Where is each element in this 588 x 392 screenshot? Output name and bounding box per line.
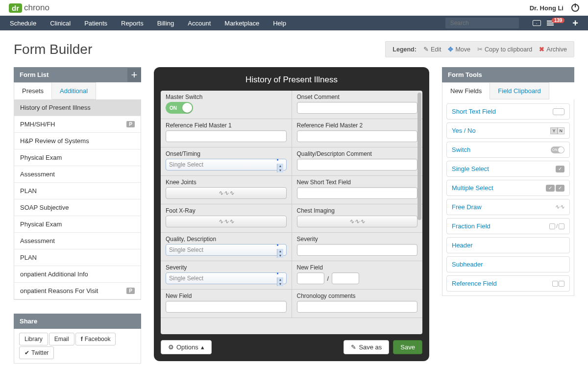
text-input-control[interactable] (297, 102, 418, 114)
form-list-item[interactable]: onpatient Reasons For VisitP (14, 283, 141, 299)
tool-item[interactable]: Header (446, 237, 570, 253)
form-field-cell[interactable]: New Short Text Field (292, 176, 423, 204)
freedraw-control[interactable]: ∿∿∿ (297, 216, 418, 227)
nav-patients[interactable]: Patients (84, 20, 107, 27)
field-label: Severity (166, 264, 287, 271)
tool-item[interactable]: Multiple Select✓✓ (446, 180, 570, 196)
form-canvas[interactable]: Master SwitchONOnset CommentReference Fi… (161, 91, 422, 334)
field-label: Knee Joints (166, 179, 287, 186)
form-field-cell[interactable]: Quality/Descripton Comment (292, 147, 423, 175)
form-field-cell[interactable]: Foot X-Ray∿∿∿ (161, 204, 292, 232)
form-list-item[interactable]: Assessment (14, 166, 141, 183)
tool-item[interactable]: Yes / NoYN (446, 122, 570, 139)
form-field-cell[interactable]: Chronology comments (292, 290, 423, 318)
text-input-control[interactable] (297, 159, 418, 171)
form-field-cell[interactable]: Master SwitchON (161, 91, 292, 119)
text-input-control[interactable] (297, 187, 418, 199)
field-label: Reference Field Master 1 (166, 122, 287, 129)
add-form-button[interactable]: + (127, 68, 141, 82)
tool-item[interactable]: Single Select✓ (446, 161, 570, 177)
mail-icon[interactable] (533, 20, 541, 26)
save-button[interactable]: Save (393, 340, 422, 354)
tool-list: Short Text FieldYes / NoYNSwitchONSingle… (442, 99, 574, 296)
text-input-control[interactable] (297, 301, 418, 313)
form-canvas-panel: History of Present Illness Master Switch… (154, 67, 429, 361)
select-control[interactable]: Single Select•▴▾ (166, 244, 287, 256)
text-input-control[interactable] (166, 130, 287, 142)
switch-control[interactable]: ON (166, 102, 193, 114)
tool-label: Switch (452, 146, 470, 153)
power-icon[interactable] (571, 4, 579, 12)
tab-new-fields[interactable]: New Fields (442, 82, 490, 99)
legend-edit: ✎Edit (423, 46, 441, 53)
nav-help[interactable]: Help (273, 20, 286, 27)
form-field-cell[interactable]: Chest Imaging∿∿∿ (292, 204, 423, 232)
search-input[interactable] (445, 18, 519, 28)
form-field-cell[interactable]: Onset Comment (292, 91, 423, 119)
options-button[interactable]: ⚙Options▴ (161, 340, 212, 354)
tool-item[interactable]: Fraction Field/ (446, 218, 570, 234)
text-input-control[interactable] (166, 301, 287, 313)
nav-marketplace[interactable]: Marketplace (224, 20, 259, 27)
share-twitter[interactable]: ✔Twitter (19, 346, 54, 359)
form-list-item[interactable]: Physical Exam (14, 216, 141, 233)
select-control[interactable]: Single Select•▴▾ (166, 159, 287, 171)
nav-clinical[interactable]: Clinical (50, 20, 71, 27)
share-library[interactable]: Library (19, 333, 48, 345)
form-field-cell[interactable]: Reference Field Master 1 (161, 119, 292, 147)
form-list-item[interactable]: PLAN (14, 249, 141, 266)
archive-icon: ✖ (539, 46, 544, 53)
form-list-item[interactable]: History of Present Illness (14, 99, 141, 116)
tool-item[interactable]: SwitchON (446, 142, 570, 158)
form-field-cell[interactable]: Onset/TimingSingle Select•▴▾ (161, 147, 292, 175)
fraction-control[interactable]: / (297, 272, 418, 284)
add-icon[interactable]: + (572, 18, 578, 28)
form-field-cell[interactable]: New Field (161, 290, 292, 318)
tab-additional[interactable]: Additional (52, 82, 96, 99)
facebook-icon: f (81, 336, 83, 343)
nav-billing[interactable]: Billing (157, 20, 174, 27)
field-label: Quality, Description (166, 236, 287, 243)
tab-field-clipboard[interactable]: Field Clipboard (490, 82, 549, 99)
legend-move: ✥Move (448, 46, 470, 53)
tool-item[interactable]: Reference Field (446, 275, 570, 292)
tab-presets[interactable]: Presets (14, 82, 52, 99)
form-field-cell[interactable]: Reference Field Master 2 (292, 119, 423, 147)
scrollbar[interactable] (417, 93, 421, 220)
share-facebook[interactable]: fFacebook (75, 333, 116, 345)
tool-item[interactable]: Short Text Field (446, 103, 570, 120)
form-list-item[interactable]: PMH/SH/FHP (14, 116, 141, 133)
nav-schedule[interactable]: Schedule (10, 20, 36, 27)
field-label: New Short Text Field (297, 179, 418, 186)
field-label: Onset/Timing (166, 150, 287, 157)
form-list-item[interactable]: H&P Review of Systems (14, 133, 141, 149)
select-control[interactable]: Single Select•▴▾ (166, 272, 287, 284)
form-list-item-label: Assessment (20, 171, 55, 178)
user-name[interactable]: Dr. Hong Li (530, 4, 564, 12)
form-field-cell[interactable]: Quality, DescriptionSingle Select•▴▾ (161, 233, 292, 261)
form-list-item[interactable]: SOAP Subjective (14, 199, 141, 216)
save-as-button[interactable]: ✎Save as (343, 340, 389, 354)
form-field-cell[interactable]: Severity (292, 233, 423, 261)
freedraw-control[interactable]: ∿∿∿ (166, 187, 287, 199)
nav-account[interactable]: Account (188, 20, 211, 27)
form-list-item[interactable]: onpatient Additional Info (14, 266, 141, 283)
nav-reports[interactable]: Reports (121, 20, 144, 27)
form-field-cell[interactable]: SeveritySingle Select•▴▾ (161, 261, 292, 289)
field-label: Onset Comment (297, 94, 418, 100)
form-field-cell[interactable]: New Field/ (292, 261, 423, 289)
tool-icon: ✓ (556, 166, 564, 172)
form-field-cell[interactable]: Knee Joints∿∿∿ (161, 176, 292, 204)
notifications[interactable]: 139 (547, 21, 567, 26)
freedraw-control[interactable]: ∿∿∿ (166, 216, 287, 227)
tool-item[interactable]: Free Draw∿∿ (446, 199, 570, 215)
text-input-control[interactable] (297, 244, 418, 256)
text-input-control[interactable] (297, 130, 418, 142)
tool-item[interactable]: Subheader (446, 256, 570, 272)
notification-badge: 139 (552, 18, 565, 23)
form-list-item[interactable]: PLAN (14, 183, 141, 199)
form-list-item[interactable]: Physical Exam (14, 149, 141, 166)
tool-label: Fraction Field (452, 222, 490, 230)
share-email[interactable]: Email (49, 333, 74, 345)
form-list-item[interactable]: Assessment (14, 233, 141, 249)
